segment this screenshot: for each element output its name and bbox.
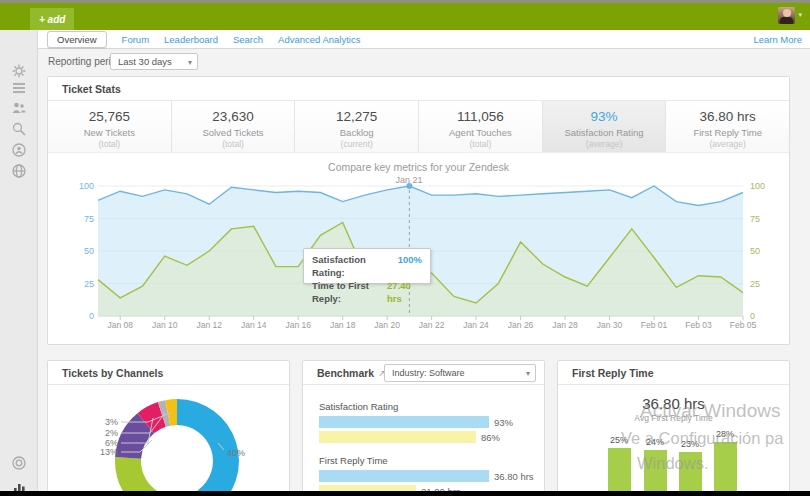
first-reply-bar-label: 28% — [710, 429, 740, 439]
chart-title: Compare key metrics for your Zendesk — [48, 161, 789, 173]
x-axis-label: Jan 28 — [543, 320, 587, 330]
stat-scope: (total) — [419, 139, 542, 149]
x-axis-label: Feb 01 — [632, 320, 676, 330]
benchmark-bar-row: 93% — [319, 416, 544, 430]
stat-value: 111,056 — [419, 109, 542, 124]
first-reply-bar-label: 24% — [640, 437, 670, 447]
x-axis-label: Jan 10 — [143, 320, 187, 330]
tickets-by-channels-panel: Tickets by Channels 3%2%6%13%40% — [47, 360, 290, 496]
reporting-period-value: Last 30 days — [118, 56, 172, 67]
avg-first-reply-label: Avg First Reply Time — [558, 413, 789, 423]
stat-first-reply-time[interactable]: 36.80 hrsFirst Reply Time(average) — [665, 101, 789, 152]
y-axis-label-right: 50 — [750, 246, 772, 256]
donut-slice-label: 13% — [100, 447, 118, 457]
first-reply-time-title: First Reply Time — [558, 361, 789, 385]
stat-value: 25,765 — [48, 109, 171, 124]
chevron-down-icon: ▾ — [526, 366, 530, 382]
ticket-stats-title: Ticket Stats — [48, 77, 789, 101]
benchmark-group-satisfaction-rating: Satisfaction Rating — [319, 401, 544, 412]
y-axis-label-right: 75 — [750, 214, 772, 224]
benchmark-bar-row: 36.80 hrs — [319, 470, 544, 484]
stat-scope: (average) — [543, 139, 666, 149]
user-avatar[interactable]: ▾ — [778, 7, 802, 26]
tab-advanced-analytics[interactable]: Advanced Analytics — [278, 34, 360, 45]
stat-solved-tickets[interactable]: 23,630Solved Tickets(total) — [171, 101, 295, 152]
first-reply-bar[interactable] — [714, 442, 737, 496]
stat-label: Backlog — [295, 127, 418, 138]
benchmark-bar-value: 36.80 hrs — [494, 471, 534, 482]
benchmark-body: Satisfaction Rating93%86%First Reply Tim… — [303, 385, 544, 496]
reporting-period-select[interactable]: Last 30 days ▾ — [110, 53, 198, 70]
tab-overview[interactable]: Overview — [47, 31, 107, 48]
person-badge-icon[interactable] — [11, 142, 27, 158]
first-reply-bar[interactable] — [679, 452, 702, 496]
avg-first-reply-value: 36.80 hrs — [558, 395, 789, 412]
benchmark-bar-industry[interactable] — [319, 431, 476, 443]
stat-label: First Reply Time — [666, 127, 789, 138]
first-reply-time-panel: First Reply Time 36.80 hrs Avg First Rep… — [557, 360, 790, 496]
y-axis-label-right: 100 — [750, 181, 772, 191]
stat-value: 12,275 — [295, 109, 418, 124]
stat-label: Satisfaction Rating — [543, 127, 666, 138]
stats-row: 25,765New Tickets(total)23,630Solved Tic… — [48, 101, 789, 153]
first-reply-bar[interactable] — [608, 448, 631, 496]
stat-label: Solved Tickets — [172, 127, 295, 138]
learn-more-link[interactable]: Learn More — [753, 34, 802, 45]
first-reply-bar[interactable] — [644, 450, 667, 496]
tooltip-satisfaction-label: Satisfaction Rating: — [312, 253, 398, 279]
add-button[interactable]: + add — [30, 8, 74, 30]
stat-satisfaction-rating[interactable]: 93%Satisfaction Rating(average) — [542, 101, 666, 152]
y-axis-label-left: 0 — [72, 311, 94, 321]
users-icon[interactable] — [11, 100, 27, 116]
tab-bar: OverviewForumLeaderboardSearchAdvanced A… — [38, 30, 810, 49]
industry-select-value: Industry: Software — [392, 368, 465, 378]
industry-select[interactable]: Industry: Software ▾ — [384, 364, 536, 382]
stat-scope: (current) — [295, 139, 418, 149]
stat-scope: (total) — [172, 139, 295, 149]
stat-new-tickets[interactable]: 25,765New Tickets(total) — [48, 101, 171, 152]
y-axis-label-left: 50 — [72, 246, 94, 256]
first-reply-bar-label: 25% — [604, 435, 634, 445]
tooltip-reply-label: Time to First Reply: — [312, 279, 387, 305]
topbar: + add ▾ — [0, 3, 810, 30]
tab-search[interactable]: Search — [233, 34, 263, 45]
benchmark-bar-value: 86% — [481, 432, 500, 443]
ring-icon[interactable] — [11, 455, 27, 471]
flower-icon[interactable] — [11, 63, 27, 79]
benchmark-bar-row: 86% — [319, 431, 544, 445]
benchmark-bar-you[interactable] — [319, 416, 489, 428]
x-axis-label: Jan 12 — [187, 320, 231, 330]
sidebar — [0, 30, 38, 496]
zendesk-analytics-dashboard: + add ▾ OverviewForumLeaderboardSearchAd… — [0, 0, 810, 496]
y-axis-label-left: 75 — [72, 214, 94, 224]
benchmark-bar-value: 93% — [494, 417, 513, 428]
stat-agent-touches[interactable]: 111,056Agent Touches(total) — [418, 101, 542, 152]
donut-slice-label: 3% — [105, 417, 118, 427]
avatar — [778, 7, 795, 24]
search-icon[interactable] — [11, 121, 27, 137]
x-axis-label: Jan 30 — [588, 320, 632, 330]
x-axis-label: Jan 08 — [98, 320, 142, 330]
x-axis-label: Jan 22 — [410, 320, 454, 330]
y-axis-label-right: 0 — [750, 311, 772, 321]
x-axis-label: Jan 20 — [365, 320, 409, 330]
stat-scope: (average) — [666, 139, 789, 149]
y-axis-label-right: 25 — [750, 279, 772, 289]
tooltip-reply-value: 27.40 hrs — [387, 279, 422, 305]
chevron-down-icon: ▾ — [798, 11, 802, 19]
x-axis-label: Jan 14 — [232, 320, 276, 330]
tab-forum[interactable]: Forum — [122, 34, 149, 45]
chart-tooltip: Satisfaction Rating: 100% Time to First … — [303, 248, 431, 284]
y-axis-label-left: 25 — [72, 279, 94, 289]
stat-label: Agent Touches — [419, 127, 542, 138]
x-axis-label: Jan 18 — [321, 320, 365, 330]
tooltip-satisfaction-value: 100% — [398, 253, 422, 279]
menu-icon[interactable] — [11, 80, 27, 96]
benchmark-bar-you[interactable] — [319, 470, 489, 482]
tab-leaderboard[interactable]: Leaderboard — [164, 34, 218, 45]
x-axis-label: Feb 03 — [677, 320, 721, 330]
x-axis-label: Jan 24 — [454, 320, 498, 330]
stat-backlog[interactable]: 12,275Backlog(current) — [294, 101, 418, 152]
stat-scope: (total) — [48, 139, 171, 149]
globe-icon[interactable] — [11, 163, 27, 179]
